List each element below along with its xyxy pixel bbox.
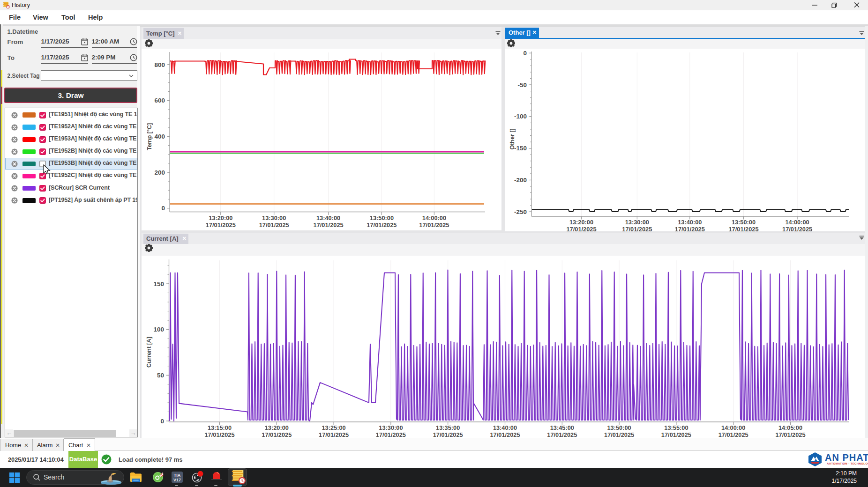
svg-text:17/01/2025: 17/01/2025 — [204, 431, 234, 438]
svg-text:-100: -100 — [514, 113, 527, 120]
svg-text:13:55:00: 13:55:00 — [664, 424, 688, 431]
svg-text:50: 50 — [157, 372, 164, 379]
svg-text:0: 0 — [160, 418, 164, 425]
svg-text:17/01/2025: 17/01/2025 — [490, 431, 520, 438]
svg-text:17/01/2025: 17/01/2025 — [259, 221, 289, 229]
svg-text:17/01/2025: 17/01/2025 — [675, 226, 705, 231]
svg-text:800: 800 — [154, 61, 165, 68]
svg-text:13:25:00: 13:25:00 — [322, 424, 345, 431]
svg-text:13:30:00: 13:30:00 — [262, 214, 286, 221]
svg-text:17/01/2025: 17/01/2025 — [775, 431, 805, 438]
svg-text:17/01/2025: 17/01/2025 — [718, 431, 748, 438]
svg-text:13:20:00: 13:20:00 — [209, 214, 232, 221]
svg-text:150: 150 — [153, 280, 164, 288]
svg-text:200: 200 — [154, 169, 165, 176]
svg-text:-150: -150 — [514, 145, 527, 152]
svg-text:13:15:00: 13:15:00 — [208, 424, 232, 431]
svg-text:17/01/2025: 17/01/2025 — [367, 221, 397, 229]
svg-text:400: 400 — [154, 133, 165, 140]
svg-text:17/01/2025: 17/01/2025 — [376, 431, 406, 438]
svg-text:13:30:00: 13:30:00 — [625, 219, 649, 226]
svg-text:-250: -250 — [514, 208, 527, 215]
svg-text:13:35:00: 13:35:00 — [436, 424, 460, 431]
svg-text:14:00:00: 14:00:00 — [422, 214, 446, 221]
svg-text:600: 600 — [154, 97, 165, 104]
svg-text:14:00:00: 14:00:00 — [785, 219, 809, 226]
svg-text:17/01/2025: 17/01/2025 — [622, 226, 652, 231]
svg-text:17/01/2025: 17/01/2025 — [262, 431, 292, 438]
svg-text:13:40:00: 13:40:00 — [493, 424, 517, 431]
svg-text:13:20:00: 13:20:00 — [265, 424, 289, 431]
svg-text:17/01/2025: 17/01/2025 — [782, 226, 812, 231]
svg-text:17/01/2025: 17/01/2025 — [604, 431, 634, 438]
svg-text:Other []: Other [] — [509, 128, 516, 149]
svg-text:17/01/2025: 17/01/2025 — [419, 221, 449, 229]
svg-text:Current [A]: Current [A] — [146, 337, 152, 368]
svg-text:-200: -200 — [514, 177, 527, 184]
svg-text:17/01/2025: 17/01/2025 — [206, 221, 236, 229]
svg-text:17/01/2025: 17/01/2025 — [547, 431, 577, 438]
svg-text:17/01/2025: 17/01/2025 — [433, 431, 463, 438]
svg-text:13:20:00: 13:20:00 — [569, 219, 593, 226]
svg-text:17/01/2025: 17/01/2025 — [314, 221, 344, 229]
svg-text:14:00:00: 14:00:00 — [721, 424, 745, 431]
svg-text:13:30:00: 13:30:00 — [379, 424, 403, 431]
svg-text:100: 100 — [153, 326, 164, 333]
svg-text:17/01/2025: 17/01/2025 — [661, 431, 691, 438]
svg-text:13:40:00: 13:40:00 — [316, 214, 340, 221]
svg-text:17/01/2025: 17/01/2025 — [728, 226, 758, 231]
svg-text:13:50:00: 13:50:00 — [370, 214, 394, 221]
svg-text:14:05:00: 14:05:00 — [778, 424, 802, 431]
svg-text:0: 0 — [523, 50, 527, 57]
svg-text:13:40:00: 13:40:00 — [678, 219, 702, 226]
svg-text:Temp [°C]: Temp [°C] — [146, 123, 153, 150]
svg-text:13:50:00: 13:50:00 — [607, 424, 631, 431]
svg-text:13:50:00: 13:50:00 — [732, 219, 756, 226]
svg-text:-50: -50 — [517, 81, 527, 89]
svg-text:17/01/2025: 17/01/2025 — [566, 226, 596, 231]
svg-text:13:45:00: 13:45:00 — [550, 424, 574, 431]
svg-text:0: 0 — [161, 205, 165, 212]
svg-text:17/01/2025: 17/01/2025 — [319, 431, 349, 438]
